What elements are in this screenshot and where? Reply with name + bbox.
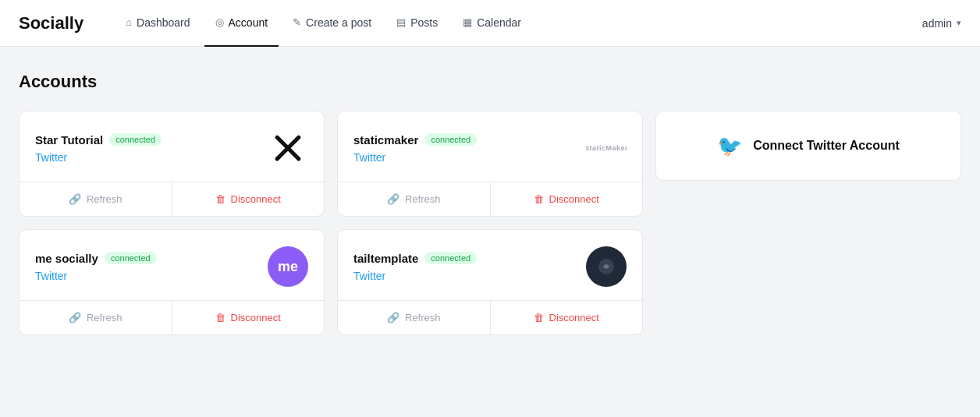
card-info-star-tutorial: Star Tutorial connected Twitter <box>35 133 162 164</box>
nav-calendar[interactable]: ▦ Calendar <box>452 0 532 47</box>
card-info-me-socially: me socially connected Twitter <box>35 252 157 282</box>
disconnect-icon: 🗑 <box>215 193 225 205</box>
card-account-name: tailtemplate <box>353 252 418 265</box>
posts-icon: ▤ <box>396 16 406 28</box>
card-name-row: tailtemplate connected <box>353 252 477 265</box>
link-icon: 🔗 <box>387 312 399 323</box>
nav-dashboard[interactable]: ⌂ Dashboard <box>115 0 201 47</box>
account-card-staticmaker: staticmaker connected Twitter StaticMake… <box>337 111 643 217</box>
nav-account[interactable]: ◎ Account <box>204 0 279 47</box>
card-platform-link[interactable]: Twitter <box>353 151 477 164</box>
refresh-button[interactable]: 🔗 Refresh <box>338 182 491 216</box>
card-actions: 🔗 Refresh 🗑 Disconnect <box>20 300 324 334</box>
card-body-staticmaker: staticmaker connected Twitter StaticMake… <box>338 111 642 182</box>
main-content: Accounts Star Tutorial connected Twitter… <box>0 47 980 360</box>
card-body-me-socially: me socially connected Twitter me <box>20 230 324 300</box>
disconnect-icon: 🗑 <box>534 312 544 323</box>
tailtemplate-icon <box>597 257 616 276</box>
card-avatar-tailtemplate <box>586 246 627 287</box>
card-actions: 🔗 Refresh 🗑 Disconnect <box>338 300 642 334</box>
card-account-name: Star Tutorial <box>35 133 103 147</box>
refresh-button[interactable]: 🔗 Refresh <box>338 301 491 334</box>
page-title: Accounts <box>19 72 961 92</box>
main-nav: ⌂ Dashboard ◎ Account ✎ Create a post ▤ … <box>115 0 897 47</box>
refresh-button[interactable]: 🔗 Refresh <box>20 182 172 216</box>
refresh-button[interactable]: 🔗 Refresh <box>20 301 172 334</box>
card-info-staticmaker: staticmaker connected Twitter <box>353 133 477 164</box>
nav-posts[interactable]: ▤ Posts <box>385 0 449 47</box>
link-icon: 🔗 <box>69 312 81 323</box>
disconnect-button[interactable]: 🗑 Disconnect <box>172 301 325 334</box>
nav-create-post[interactable]: ✎ Create a post <box>282 0 382 47</box>
disconnect-button[interactable]: 🗑 Disconnect <box>172 182 325 216</box>
card-platform-link[interactable]: Twitter <box>353 270 477 282</box>
edit-icon: ✎ <box>293 16 301 28</box>
app-logo: Socially <box>19 13 83 34</box>
card-name-row: staticmaker connected <box>353 133 477 147</box>
link-icon: 🔗 <box>69 193 81 205</box>
card-actions: 🔗 Refresh 🗑 Disconnect <box>20 182 324 216</box>
x-logo-icon <box>272 133 304 164</box>
home-icon: ⌂ <box>126 16 132 28</box>
accounts-grid: Star Tutorial connected Twitter 🔗 Refres… <box>19 111 961 335</box>
card-avatar-staticmaker: StaticMaker <box>586 128 627 168</box>
user-name: admin <box>922 17 952 30</box>
disconnect-button[interactable]: 🗑 Disconnect <box>491 182 643 216</box>
card-actions: 🔗 Refresh 🗑 Disconnect <box>338 182 642 216</box>
card-platform-link[interactable]: Twitter <box>35 270 157 282</box>
status-badge: connected <box>424 252 477 264</box>
status-badge: connected <box>109 133 162 146</box>
connect-twitter-card[interactable]: 🐦 Connect Twitter Account <box>655 111 961 181</box>
card-platform-link[interactable]: Twitter <box>35 151 162 164</box>
disconnect-button[interactable]: 🗑 Disconnect <box>491 301 643 334</box>
card-avatar-star-tutorial <box>268 128 308 168</box>
card-name-row: Star Tutorial connected <box>35 133 162 147</box>
calendar-icon: ▦ <box>463 16 472 28</box>
account-card-me-socially: me socially connected Twitter me 🔗 Refre… <box>19 229 325 335</box>
account-icon: ◎ <box>215 16 224 28</box>
connect-twitter-label: Connect Twitter Account <box>753 139 900 153</box>
account-card-tailtemplate: tailtemplate connected Twitter 🔗 Refresh <box>337 229 643 335</box>
staticmaker-logo: StaticMaker <box>586 144 627 152</box>
disconnect-icon: 🗑 <box>215 312 225 323</box>
card-body-tailtemplate: tailtemplate connected Twitter <box>338 230 642 300</box>
status-badge: connected <box>424 133 477 146</box>
card-name-row: me socially connected <box>35 252 157 265</box>
account-card-star-tutorial: Star Tutorial connected Twitter 🔗 Refres… <box>19 111 325 217</box>
chevron-down-icon: ▾ <box>957 18 961 28</box>
card-info-tailtemplate: tailtemplate connected Twitter <box>353 252 477 282</box>
card-account-name: staticmaker <box>353 133 418 147</box>
user-menu[interactable]: admin ▾ <box>922 17 961 30</box>
card-body-star-tutorial: Star Tutorial connected Twitter <box>20 111 324 182</box>
disconnect-icon: 🗑 <box>534 193 544 205</box>
twitter-bird-icon: 🐦 <box>717 134 742 158</box>
app-header: Socially ⌂ Dashboard ◎ Account ✎ Create … <box>0 0 980 47</box>
card-avatar-me-socially: me <box>268 246 308 287</box>
status-badge: connected <box>105 252 157 264</box>
link-icon: 🔗 <box>387 193 399 205</box>
card-account-name: me socially <box>35 252 98 265</box>
